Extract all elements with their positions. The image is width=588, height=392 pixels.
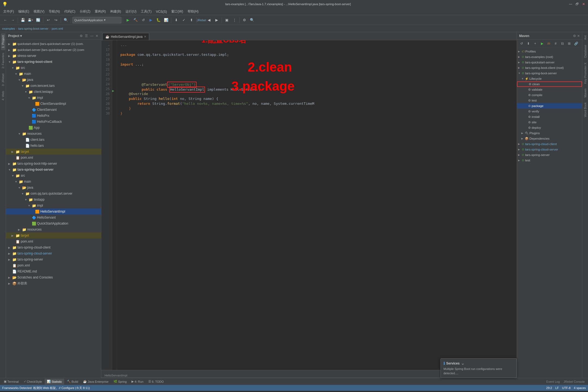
tree-spring-boot-client[interactable]: ▼ 📁 tars-spring-boot-client (6, 59, 101, 65)
maven-spring-server[interactable]: ▶ ⚙ tars-spring-server (517, 152, 582, 158)
menu-help[interactable]: 帮助(H) (185, 8, 201, 15)
bottom-event-log[interactable]: Event Log (545, 380, 562, 383)
tree-sbc-main[interactable]: ▼ 📁 main (6, 71, 101, 77)
menu-window[interactable]: 窗口(W) (169, 8, 185, 15)
maven-site[interactable]: ⚙ site (517, 120, 582, 125)
maven-package[interactable]: ⚙ package (517, 103, 582, 109)
debug-btn[interactable]: 🐛 (155, 17, 162, 24)
tree-quickstart-server[interactable]: ▶ 📁 quickstart-server [tars-quickstart-s… (6, 47, 101, 53)
maven-add-btn[interactable]: + (532, 41, 538, 47)
tree-sbs-main[interactable]: ▼ 📁 main (6, 179, 101, 185)
tree-sbc-impl[interactable]: ▼ 📁 impl (6, 95, 101, 101)
maven-compile[interactable]: ⚙ compile (517, 92, 582, 98)
maven-tars-sbs[interactable]: ▼ ⚙ tars-spring-boot-server (517, 71, 582, 76)
menu-edit[interactable]: 编辑(E) (16, 8, 31, 15)
save-btn[interactable]: 💾 (19, 17, 26, 24)
menu-view[interactable]: 视图(V) (31, 8, 47, 15)
menu-refactor[interactable]: 重构(R) (93, 8, 108, 15)
maven-tars-examples[interactable]: ▶ ⚙ tars-examples (root) (517, 54, 582, 60)
bottom-checkstyle[interactable]: ✓ CheckStyle (22, 379, 44, 385)
tree-target[interactable]: ▶ 📁 target (6, 149, 101, 155)
tree-resources[interactable]: ▼ 📁 resources (6, 131, 101, 137)
tree-sbs-src[interactable]: ▼ 📁 src (6, 173, 101, 179)
menu-code[interactable]: 代码(C) (62, 8, 78, 15)
maven-tars-quickstart[interactable]: ▶ ⚙ tars-quickstart-server (517, 60, 582, 65)
search-everywhere-btn[interactable]: 🔍 (62, 17, 69, 24)
tree-container[interactable]: ▶ 📁 quickstart-client [tars-quickstart-s… (6, 40, 101, 378)
jrebel-back-btn[interactable]: ◀ (206, 17, 213, 24)
vtab-database[interactable]: Database (583, 43, 587, 60)
jrebel-btn[interactable]: JRebel (198, 17, 205, 24)
maven-clean[interactable]: ⚙ clean (517, 81, 582, 87)
vtab-project[interactable]: 1: Project (1, 33, 5, 50)
minimize-btn[interactable]: — (568, 2, 573, 6)
tree-http-server[interactable]: ▶ 📁 tars-spring-boot-http-server (6, 161, 101, 167)
maven-link-btn[interactable]: 🔗 (573, 41, 579, 47)
services-chevron[interactable]: ⌄ (461, 361, 464, 366)
bottom-statistic[interactable]: 📊 Statistic (45, 379, 64, 385)
bottom-run[interactable]: ▶ 4: Run (129, 379, 145, 385)
tree-helloservantimpl[interactable]: 🟧 HelloServantImpl (6, 209, 101, 215)
vtab-jrebel[interactable]: 3: JRebel (1, 71, 5, 88)
breadcrumb-item-2[interactable]: tars-spring-boot-server (18, 27, 48, 30)
tree-cloud-server[interactable]: ▶ 📁 tars-spring-cloud-server (6, 250, 101, 256)
profile-btn[interactable]: 📊 (163, 17, 170, 24)
redo-btn[interactable]: ↪ (52, 17, 59, 24)
menu-file[interactable]: 文件(F) (1, 8, 16, 15)
forward-btn[interactable]: → (9, 17, 16, 24)
vcs-push-btn[interactable]: ⬆ (188, 17, 195, 24)
bottom-java-enterprise[interactable]: ☕ Java Enterprise (81, 379, 111, 385)
bottom-todo[interactable]: ☰ 6: TODO (146, 379, 166, 385)
code-content[interactable]: 1.配置OBJ名 2.clean 3.package ... package c… (117, 40, 517, 370)
menu-analyze[interactable]: 分析(Z) (78, 8, 93, 15)
menu-build[interactable]: 构建(B) (108, 8, 123, 15)
tree-app[interactable]: 🟩 App (6, 125, 101, 131)
search-btn[interactable]: 🔍 (249, 17, 256, 24)
bottom-terminal[interactable]: ▣ Terminal (2, 379, 21, 385)
tree-sbs-resources[interactable]: ▶ 📁 resources (6, 226, 101, 232)
vtab-key-promoter[interactable]: Key Promoter X (583, 60, 587, 86)
tree-external[interactable]: ▶ 📦 外部库 (6, 280, 101, 286)
tree-clientservantimpl[interactable]: 🟧 ClientServantImpl (6, 101, 101, 107)
sidebar-layout-btn[interactable]: ☰ (84, 33, 88, 38)
close-btn[interactable]: ✕ (581, 2, 586, 6)
tree-helloprx[interactable]: 🟦 HelloPrx (6, 113, 101, 119)
maven-m-btn[interactable]: m (546, 41, 552, 47)
breadcrumb-item-3[interactable]: pom.xml (52, 27, 63, 30)
maven-validate[interactable]: ⚙ validate (517, 87, 582, 92)
vcs-commit-btn[interactable]: ✓ (180, 17, 187, 24)
tree-sbs-pkg[interactable]: ▼ 📁 com.qq.tars.quickstart.server (6, 191, 101, 197)
menu-nav[interactable]: 导航(N) (47, 8, 62, 15)
save-all-btn[interactable]: 💾+ (27, 17, 34, 24)
term-btn[interactable]: ▣ (223, 17, 230, 24)
maven-tree[interactable]: ▶ 🏷 Profiles ▶ ⚙ tars-examples (root) ▶ … (517, 48, 582, 378)
tree-scratches[interactable]: ▶ 📂 Scratches and Consoles (6, 274, 101, 280)
reload-btn[interactable]: ↺ (140, 17, 147, 24)
tree-clientservant[interactable]: 🔷 ClientServant (6, 107, 101, 113)
bottom-spring[interactable]: 🌿 Spring (111, 379, 129, 385)
breadcrumb-item-1[interactable]: examples (2, 27, 15, 30)
coverage-btn[interactable]: ▶ (147, 17, 154, 24)
editor-tab-helloservantimpl[interactable]: ☕ HelloServantImpl.java ✕ (102, 33, 149, 40)
tab-close-btn[interactable]: ✕ (144, 35, 146, 38)
tree-sbs-target[interactable]: ▶ 📁 target (6, 232, 101, 238)
maven-refresh-btn[interactable]: ↺ (519, 41, 525, 47)
run-config-dropdown[interactable]: QuickStartApplication ▾ (72, 17, 121, 23)
maven-skip-btn[interactable]: # (553, 41, 559, 47)
maven-profiles[interactable]: ▶ 🏷 Profiles (517, 49, 582, 54)
tree-sbc-java[interactable]: ▼ 📂 java (6, 77, 101, 83)
maven-cloud-server[interactable]: ▶ ⚙ tars-spring-cloud-server (517, 147, 582, 152)
vcs-update-btn[interactable]: ⬇ (173, 17, 180, 24)
vtab-ant[interactable]: Ant (583, 33, 587, 42)
sidebar-collapse-btn[interactable]: — (90, 33, 94, 38)
settings-btn[interactable]: ⚙ (241, 17, 248, 24)
maven-expand-btn[interactable]: ⊞ (566, 41, 572, 47)
tree-stress-server[interactable]: ▶ 📁 stress-server (6, 53, 101, 59)
bottom-build[interactable]: 🔨 Build (65, 379, 80, 385)
tree-sbs-testapp[interactable]: ▼ 📁 testapp (6, 197, 101, 203)
restore-btn[interactable]: 🗗 (575, 2, 579, 6)
maven-settings-icon[interactable]: ⚙ (573, 34, 576, 38)
tree-root-pom[interactable]: 📋 pom.xml (6, 262, 101, 268)
back-btn[interactable]: ← (2, 17, 9, 24)
vtab-web[interactable]: 4: Web (1, 89, 5, 103)
